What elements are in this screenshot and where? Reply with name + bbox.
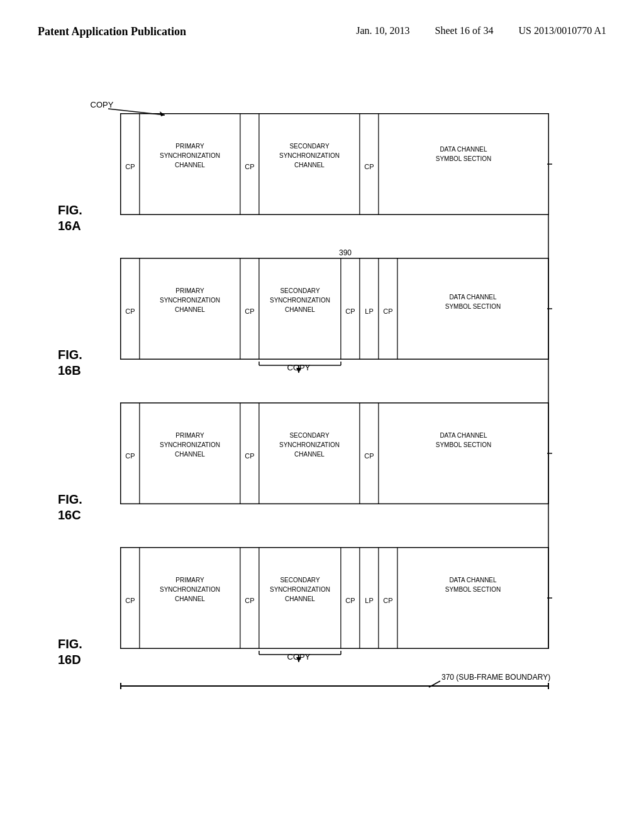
svg-text:16A: 16A xyxy=(58,219,81,233)
svg-text:PRIMARY: PRIMARY xyxy=(175,432,204,439)
publication-title: Patent Application Publication xyxy=(38,25,186,38)
copy-label-16a: COPY xyxy=(91,100,114,109)
svg-text:CHANNEL: CHANNEL xyxy=(175,451,205,458)
svg-text:CHANNEL: CHANNEL xyxy=(175,595,205,602)
svg-text:PRIMARY: PRIMARY xyxy=(175,287,204,294)
svg-text:CP: CP xyxy=(125,597,135,604)
svg-text:FIG.: FIG. xyxy=(58,492,82,506)
label-370: 370 (SUB-FRAME BOUNDARY) xyxy=(441,673,550,682)
svg-text:CP: CP xyxy=(345,307,355,315)
16a-cp1: CP xyxy=(125,163,135,170)
sheet-info: Sheet 16 of 34 xyxy=(435,25,494,36)
header-meta: Jan. 10, 2013 Sheet 16 of 34 US 2013/001… xyxy=(356,25,606,36)
svg-rect-90 xyxy=(397,548,548,648)
svg-text:PRIMARY: PRIMARY xyxy=(175,143,204,150)
svg-text:LP: LP xyxy=(365,307,373,315)
svg-text:CP: CP xyxy=(245,452,254,460)
svg-text:SECONDARY: SECONDARY xyxy=(289,432,329,439)
svg-text:SYMBOL SECTION: SYMBOL SECTION xyxy=(436,441,492,448)
svg-text:SYNCHRONIZATION: SYNCHRONIZATION xyxy=(160,297,220,304)
patent-number: US 2013/0010770 A1 xyxy=(518,25,606,36)
svg-text:SECONDARY: SECONDARY xyxy=(280,287,319,294)
svg-text:16B: 16B xyxy=(58,363,81,377)
svg-text:CP: CP xyxy=(345,597,355,604)
svg-text:FIG.: FIG. xyxy=(58,637,82,651)
svg-rect-66 xyxy=(379,403,548,504)
svg-text:CP: CP xyxy=(125,452,135,460)
svg-text:SYNCHRONIZATION: SYNCHRONIZATION xyxy=(160,441,220,448)
svg-text:CHANNEL: CHANNEL xyxy=(175,306,205,313)
svg-text:CP: CP xyxy=(383,307,392,315)
svg-text:16C: 16C xyxy=(58,508,81,522)
main-content: FIG. 16A CP PRIMARY SYNCHRONIZATION CHAN… xyxy=(0,51,644,789)
svg-rect-15 xyxy=(379,114,548,214)
svg-text:CHANNEL: CHANNEL xyxy=(175,162,205,169)
svg-text:SYNCHRONIZATION: SYNCHRONIZATION xyxy=(270,297,330,304)
label-390: 390 xyxy=(339,248,352,257)
full-diagram: FIG. 16A CP PRIMARY SYNCHRONIZATION CHAN… xyxy=(52,76,592,770)
svg-text:CHANNEL: CHANNEL xyxy=(285,595,315,602)
svg-text:CP: CP xyxy=(383,597,392,604)
svg-text:SYNCHRONIZATION: SYNCHRONIZATION xyxy=(279,152,340,159)
publication-date: Jan. 10, 2013 xyxy=(356,25,409,36)
svg-text:DATA CHANNEL: DATA CHANNEL xyxy=(449,577,497,584)
svg-text:CP: CP xyxy=(245,163,254,170)
svg-text:CHANNEL: CHANNEL xyxy=(285,306,315,313)
svg-text:SECONDARY: SECONDARY xyxy=(280,577,319,584)
fig16a-label: FIG. xyxy=(58,203,82,217)
svg-text:SYMBOL SECTION: SYMBOL SECTION xyxy=(445,586,501,593)
svg-text:DATA CHANNEL: DATA CHANNEL xyxy=(440,146,487,153)
svg-text:CHANNEL: CHANNEL xyxy=(294,451,325,458)
svg-text:CP: CP xyxy=(245,307,254,315)
svg-text:SECONDARY: SECONDARY xyxy=(289,143,329,150)
svg-text:CP: CP xyxy=(364,163,374,170)
diagram-svg: FIG. 16A CP PRIMARY SYNCHRONIZATION CHAN… xyxy=(52,76,592,768)
svg-text:CP: CP xyxy=(364,452,374,460)
svg-text:SYNCHRONIZATION: SYNCHRONIZATION xyxy=(160,586,220,593)
svg-text:16D: 16D xyxy=(58,653,81,667)
svg-text:DATA CHANNEL: DATA CHANNEL xyxy=(449,294,497,301)
svg-text:SYNCHRONIZATION: SYNCHRONIZATION xyxy=(270,586,330,593)
svg-text:FIG.: FIG. xyxy=(58,348,82,362)
page-header: Patent Application Publication Jan. 10, … xyxy=(0,0,644,51)
svg-text:SYNCHRONIZATION: SYNCHRONIZATION xyxy=(160,152,220,159)
svg-text:LP: LP xyxy=(365,597,373,604)
svg-text:SYMBOL SECTION: SYMBOL SECTION xyxy=(445,303,501,310)
svg-text:CP: CP xyxy=(125,307,135,315)
svg-text:CP: CP xyxy=(245,597,254,604)
svg-text:CHANNEL: CHANNEL xyxy=(294,162,325,169)
svg-text:SYMBOL SECTION: SYMBOL SECTION xyxy=(436,155,492,162)
svg-text:PRIMARY: PRIMARY xyxy=(175,577,204,584)
svg-text:DATA CHANNEL: DATA CHANNEL xyxy=(440,432,487,439)
svg-text:SYNCHRONIZATION: SYNCHRONIZATION xyxy=(279,441,340,448)
